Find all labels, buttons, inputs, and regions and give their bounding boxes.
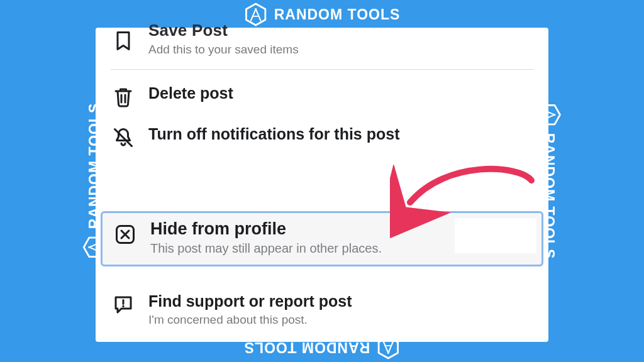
stage: RANDOM TOOLS RANDOM TOOLS RANDOM TOOLS bbox=[0, 0, 644, 362]
menu-item-title: Find support or report post bbox=[148, 292, 532, 311]
trash-icon bbox=[112, 85, 135, 108]
bookmark-icon bbox=[112, 30, 135, 52]
menu-item-title: Save Post bbox=[148, 20, 532, 41]
menu-item-subtitle: I'm concerned about this post. bbox=[148, 313, 532, 327]
menu-item-title: Delete post bbox=[148, 84, 532, 103]
menu-item-report-post[interactable]: Find support or report post I'm concerne… bbox=[96, 280, 548, 334]
svg-line-7 bbox=[388, 342, 393, 353]
post-options-menu: Save Post Add this to your saved items D… bbox=[96, 28, 548, 342]
svg-line-8 bbox=[384, 342, 389, 353]
menu-item-delete-post[interactable]: Delete post bbox=[96, 75, 548, 116]
report-icon bbox=[112, 293, 135, 316]
white-overlay-patch bbox=[455, 218, 536, 253]
menu-item-title: Turn off notifications for this post bbox=[148, 124, 532, 144]
bell-slash-icon bbox=[112, 126, 135, 149]
menu-item-turn-off-notifications[interactable]: Turn off notifications for this post bbox=[96, 116, 548, 156]
menu-item-save-post[interactable]: Save Post Add this to your saved items bbox=[96, 28, 548, 64]
svg-line-3 bbox=[256, 9, 261, 20]
menu-item-hide-from-profile[interactable]: Hide from profile This post may still ap… bbox=[101, 211, 543, 266]
svg-line-2 bbox=[251, 9, 256, 20]
x-box-icon bbox=[114, 223, 136, 246]
menu-item-subtitle: Add this to your saved items bbox=[148, 43, 532, 57]
svg-point-25 bbox=[122, 305, 124, 307]
menu-divider bbox=[111, 69, 533, 70]
